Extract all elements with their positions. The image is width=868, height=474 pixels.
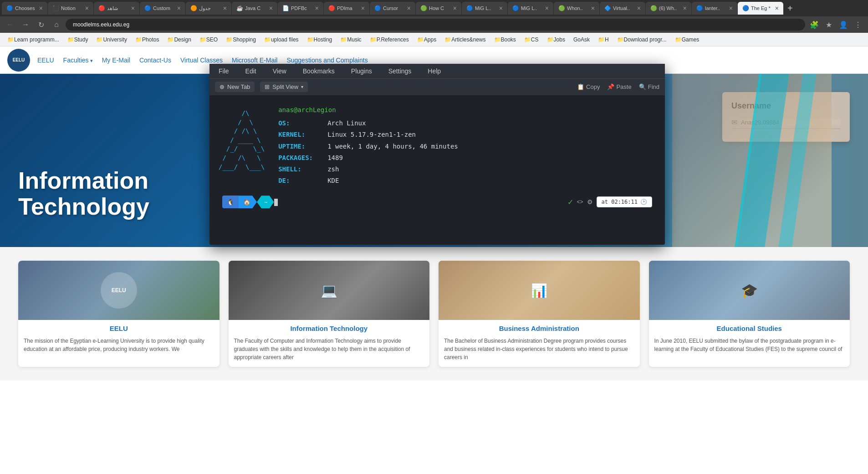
- card-title-it: Information Technology: [229, 320, 430, 337]
- bookmark-books[interactable]: 📁 Books: [490, 36, 520, 44]
- copy-action[interactable]: 📋 Copy: [577, 83, 600, 90]
- nav-link-faculties[interactable]: Faculties: [63, 57, 93, 64]
- tab-title-jadwal: جدول: [199, 5, 221, 11]
- tab-close-javac[interactable]: ×: [269, 5, 273, 12]
- tab-close-migl1[interactable]: ×: [499, 5, 503, 12]
- bookmark-download[interactable]: 📁 Download progr...: [613, 36, 670, 44]
- menu-edit[interactable]: Edit: [242, 66, 260, 77]
- gear-icon[interactable]: ⚙: [587, 198, 593, 206]
- tab-chooses[interactable]: 🔵 Chooses ×: [2, 2, 47, 15]
- tab-favicon-howc: 🟢: [420, 5, 427, 11]
- bookmark-h[interactable]: 📁 H: [594, 36, 613, 44]
- tab-close-shahid[interactable]: ×: [131, 5, 135, 12]
- menu-bookmarks[interactable]: Bookmarks: [299, 66, 338, 77]
- tab-the-eg[interactable]: 🔵 The Eg * ×: [738, 2, 783, 15]
- tab-favicon-jadwal: 🟠: [190, 5, 197, 11]
- tab-migl1[interactable]: 🔵 MiG L.. ×: [462, 2, 507, 15]
- tab-favicon-migl1: 🔵: [466, 5, 473, 11]
- tab-close-lantern[interactable]: ×: [729, 5, 733, 12]
- tab-title-whw: (6) Wh..: [659, 5, 681, 11]
- tab-pdima[interactable]: 🔴 PDIma ×: [324, 2, 369, 15]
- tab-title-chooses: Chooses: [15, 5, 37, 11]
- bookmark-articles[interactable]: 📁 Articles&news: [441, 36, 489, 44]
- bookmark-study[interactable]: 📁 Study: [64, 36, 92, 44]
- home-icon: 🏠: [243, 199, 250, 206]
- tab-lantern[interactable]: 🔵 lanter.. ×: [692, 2, 737, 15]
- profile-icon[interactable]: 👤: [837, 18, 850, 31]
- tab-pdfbc[interactable]: 📄 PDFBc ×: [278, 2, 323, 15]
- bookmark-label: Books: [501, 36, 516, 43]
- packages-key: PACKAGES:: [278, 152, 324, 164]
- home-button[interactable]: ⌂: [50, 18, 63, 31]
- tab-close-custom[interactable]: ×: [177, 5, 181, 12]
- nav-link-contact[interactable]: Contact-Us: [139, 57, 171, 64]
- menu-view[interactable]: View: [269, 66, 290, 77]
- folder-icon: 📁: [167, 36, 174, 43]
- tab-whon[interactable]: 🟢 Whon.. ×: [554, 2, 599, 15]
- bookmark-star-icon[interactable]: ★: [822, 18, 835, 31]
- tab-virtual[interactable]: 🔷 Virtual.. ×: [600, 2, 645, 15]
- address-input[interactable]: [66, 19, 805, 31]
- bookmark-jobs[interactable]: 📁 Jobs: [543, 36, 569, 44]
- tab-close-virtual[interactable]: ×: [637, 5, 641, 12]
- tab-close-howc[interactable]: ×: [453, 5, 457, 12]
- bookmark-university[interactable]: 📁 University: [92, 36, 131, 44]
- menu-plugins[interactable]: Plugins: [347, 66, 376, 77]
- tab-whw[interactable]: 🟢 (6) Wh.. ×: [646, 2, 691, 15]
- tab-custom[interactable]: 🔵 Custom ×: [140, 2, 185, 15]
- split-view-button[interactable]: ⊞ Split View ▾: [260, 82, 308, 92]
- menu-file[interactable]: File: [215, 66, 233, 77]
- tab-shahid[interactable]: 🔴 شاهد ×: [94, 2, 139, 15]
- bookmark-hosting[interactable]: 📁 Hosting: [303, 36, 336, 44]
- menu-help[interactable]: Help: [424, 66, 444, 77]
- bookmark-learn[interactable]: 📁 Learn programm...: [4, 36, 63, 44]
- tab-cursor[interactable]: 🔵 Cursor ×: [370, 2, 415, 15]
- tab-close-chooses[interactable]: ×: [39, 5, 43, 12]
- tab-close-whw[interactable]: ×: [683, 5, 687, 12]
- tab-close-cursor[interactable]: ×: [407, 5, 411, 12]
- new-tab-button[interactable]: +: [784, 3, 797, 14]
- bookmark-label: University: [103, 36, 127, 43]
- bookmark-photos[interactable]: 📁 Photos: [132, 36, 163, 44]
- tab-notion[interactable]: ⬛ Notion ×: [48, 2, 93, 15]
- bookmark-apps[interactable]: 📁 Apps: [414, 36, 440, 44]
- folder-icon: 📁: [494, 36, 501, 43]
- bookmark-shopping[interactable]: 📁 Shopping: [222, 36, 260, 44]
- back-button[interactable]: ←: [4, 18, 16, 31]
- bookmark-music[interactable]: 📁 Music: [337, 36, 365, 44]
- find-action[interactable]: 🔍 Find: [639, 83, 659, 90]
- tab-jadwal[interactable]: 🟠 جدول ×: [186, 2, 231, 15]
- os-key: OS:: [278, 118, 324, 129]
- nav-link-virtual[interactable]: Virtual Classes: [180, 57, 223, 64]
- tab-howc[interactable]: 🟢 How C ×: [416, 2, 461, 15]
- nav-link-eelu[interactable]: EELU: [37, 57, 54, 64]
- tab-close-jadwal[interactable]: ×: [223, 5, 227, 12]
- nav-link-suggestions[interactable]: Suggestions and Complaints: [286, 57, 368, 64]
- tab-close-notion[interactable]: ×: [85, 5, 89, 12]
- bookmark-preferences[interactable]: 📁 P.References: [366, 36, 413, 44]
- bookmark-upload[interactable]: 📁 upload files: [260, 36, 302, 44]
- tab-title-cursor: Cursor: [383, 5, 405, 11]
- tab-close-pdima[interactable]: ×: [361, 5, 365, 12]
- forward-button[interactable]: →: [19, 18, 32, 31]
- nav-link-email[interactable]: My E-Mail: [102, 57, 130, 64]
- settings-icon[interactable]: ⋮: [852, 18, 864, 31]
- tab-close-migl2[interactable]: ×: [545, 5, 549, 12]
- bookmark-seo[interactable]: 📁 SEO: [196, 36, 221, 44]
- tab-javac[interactable]: ☕ Java C ×: [232, 2, 277, 15]
- tab-close-pdfbc[interactable]: ×: [315, 5, 319, 12]
- bookmark-label: CS: [531, 36, 539, 43]
- bookmark-games[interactable]: 📁 Games: [671, 36, 703, 44]
- menu-settings[interactable]: Settings: [385, 66, 415, 77]
- paste-action[interactable]: 📌 Paste: [607, 83, 631, 90]
- extensions-icon[interactable]: 🧩: [808, 18, 821, 31]
- tab-migl2[interactable]: 🔵 MiG L.. ×: [508, 2, 553, 15]
- tab-close-the-eg[interactable]: ×: [775, 5, 779, 12]
- tab-close-whon[interactable]: ×: [591, 5, 595, 12]
- new-tab-terminal-button[interactable]: ⊕ New Tab: [215, 82, 255, 92]
- bookmark-design[interactable]: 📁 Design: [163, 36, 194, 44]
- nav-link-ms-email[interactable]: Microsoft E-Mail: [232, 57, 277, 64]
- bookmark-cs[interactable]: 📁 CS: [521, 36, 542, 44]
- bookmark-goask[interactable]: GoAsk: [570, 36, 593, 44]
- reload-button[interactable]: ↻: [35, 18, 47, 31]
